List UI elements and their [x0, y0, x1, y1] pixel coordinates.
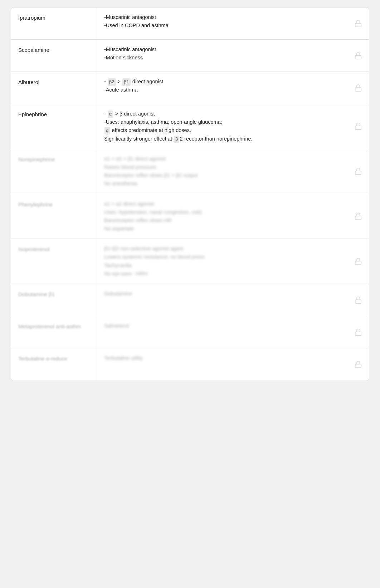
drug-name-cell: Metaproterenol anti-asthm	[11, 316, 97, 348]
drug-info-cell: α1 > α2 > β1 direct agonist Raises blood…	[97, 149, 347, 194]
drug-name-cell: Ipratropium	[11, 8, 97, 39]
drug-table: Ipratropium -Muscarinic antagonist -Used…	[11, 7, 369, 381]
lock-icon	[354, 52, 362, 60]
drug-info-cell: - α > β direct agonist -Uses: anaphylaxi…	[97, 104, 347, 149]
lock-icon	[354, 122, 362, 130]
drug-info-cell: Terbutaline utility	[97, 348, 347, 381]
alpha-badge2: α	[104, 127, 110, 134]
drug-info-line: No anesthesia	[104, 180, 340, 188]
table-row: Dobutamine β1 Dobutamine	[11, 284, 369, 316]
lock-icon	[354, 328, 362, 336]
drug-name-cell: Scopalamine	[11, 40, 97, 72]
alpha-badge: α	[108, 111, 113, 118]
lock-icon-cell	[347, 194, 369, 239]
drug-name: Ipratropium	[18, 14, 45, 21]
drug-info-line: Dobutamine	[104, 290, 340, 298]
drug-info-line: Lowers systemic resistance; no blood pre…	[104, 253, 340, 261]
drug-name-cell: Phenylephrine	[11, 194, 97, 239]
lock-icon-cell	[347, 72, 369, 104]
drug-info-cell: -Muscarinic antagonist -Motion sickness	[97, 40, 347, 72]
lock-icon	[354, 296, 362, 304]
table-row: Terbutaline α-reduce Terbutaline utility	[11, 348, 369, 381]
lock-icon	[354, 361, 362, 368]
drug-name: Albuterol	[18, 78, 39, 86]
drug-info-cell: -Muscarinic antagonist -Used in COPD and…	[97, 8, 347, 39]
drug-name: Dobutamine β1	[18, 290, 55, 298]
svg-rect-2	[355, 88, 361, 91]
lock-icon	[354, 167, 362, 175]
drug-info-line: α1 > α2 direct agonist	[104, 200, 340, 208]
drug-info-line: Significantly stronger effect at β2-rece…	[104, 135, 340, 143]
drug-info-line: Baroreceptor reflex slows β1 > β2 output	[104, 171, 340, 180]
beta1-badge: β1	[122, 78, 131, 86]
drug-name-cell: Albuterol	[11, 72, 97, 104]
table-row: Albuterol - β2 > β1 direct agonist -Acut…	[11, 72, 369, 104]
svg-rect-4	[355, 171, 361, 175]
drug-info-cell: - β2 > β1 direct agonist -Acute asthma	[97, 72, 347, 104]
drug-info-cell: β1=β2 non-selective agonist agent Lowers…	[97, 239, 347, 284]
drug-name: Phenylephrine	[18, 201, 53, 208]
lock-icon-cell	[347, 316, 369, 348]
table-row: Epinephrine - α > β direct agonist -Uses…	[11, 104, 369, 149]
svg-rect-0	[355, 23, 361, 27]
lock-icon	[354, 84, 362, 92]
beta2-badge2: β	[174, 136, 179, 143]
drug-info-line: Baroreceptor reflex slows HR	[104, 216, 340, 225]
lock-icon-cell	[347, 239, 369, 284]
drug-name-cell: Norepinephrine	[11, 149, 97, 194]
svg-rect-7	[355, 300, 361, 303]
svg-rect-8	[355, 332, 361, 335]
svg-rect-3	[355, 126, 361, 129]
drug-info-cell: Dobutamine	[97, 284, 347, 316]
table-row: Norepinephrine α1 > α2 > β1 direct agoni…	[11, 149, 369, 194]
svg-rect-9	[355, 364, 361, 368]
drug-info-line: β1=β2 non-selective agonist agent	[104, 245, 340, 253]
drug-info-line: α effects predominate at high doses.	[104, 126, 340, 134]
drug-name-cell: Dobutamine β1	[11, 284, 97, 316]
drug-name: Norepinephrine	[18, 156, 55, 163]
drug-name: Isoproterenol	[18, 245, 50, 253]
lock-icon-cell	[347, 149, 369, 194]
table-row: Ipratropium -Muscarinic antagonist -Used…	[11, 8, 369, 40]
drug-info-line: Salmeterol	[104, 322, 340, 330]
beta2-badge: β2	[108, 78, 116, 86]
svg-rect-6	[355, 261, 361, 265]
drug-info-line: No epi-uses ~HRH	[104, 270, 340, 278]
lock-icon-cell	[347, 104, 369, 149]
lock-icon	[354, 20, 362, 28]
drug-info-line: - α > β direct agonist	[104, 110, 340, 118]
drug-info-line: -Uses: anaphylaxis, asthma, open-angle g…	[104, 118, 340, 126]
drug-name-cell: Terbutaline α-reduce	[11, 348, 97, 381]
lock-icon-cell	[347, 8, 369, 39]
drug-info-line: -Muscarinic antagonist	[104, 13, 340, 21]
drug-name: Scopalamine	[18, 46, 49, 54]
drug-info-line: -Motion sickness	[104, 54, 340, 62]
lock-icon	[354, 258, 362, 265]
lock-icon-cell	[347, 348, 369, 381]
drug-info-line: -Acute asthma	[104, 86, 340, 94]
svg-rect-5	[355, 216, 361, 220]
drug-name: Terbutaline α-reduce	[18, 355, 67, 362]
drug-name: Metaproterenol anti-asthm	[18, 323, 81, 330]
drug-info-line: No aspartate	[104, 225, 340, 233]
drug-info-line: Tachycardia	[104, 261, 340, 270]
drug-name-cell: Epinephrine	[11, 104, 97, 149]
table-row: Metaproterenol anti-asthm Salmeterol	[11, 316, 369, 348]
drug-info-cell: α1 > α2 direct agonist Uses: hypotension…	[97, 194, 347, 239]
drug-info-line: -Muscarinic antagonist	[104, 45, 340, 54]
svg-rect-1	[355, 55, 361, 59]
drug-info-line: Terbutaline utility	[104, 354, 340, 362]
drug-info-line: - β2 > β1 direct agonist	[104, 78, 340, 86]
lock-icon-cell	[347, 284, 369, 316]
drug-info-line: α1 > α2 > β1 direct agonist	[104, 155, 340, 163]
page-container: Ipratropium -Muscarinic antagonist -Used…	[0, 0, 380, 588]
lock-icon-cell	[347, 40, 369, 72]
lock-icon	[354, 212, 362, 220]
drug-info-line: Raises blood pressure;	[104, 163, 340, 171]
table-row: Phenylephrine α1 > α2 direct agonist Use…	[11, 194, 369, 239]
drug-info-cell: Salmeterol	[97, 316, 347, 348]
table-row: Isoproterenol β1=β2 non-selective agonis…	[11, 239, 369, 284]
drug-name: Epinephrine	[18, 111, 47, 118]
table-row: Scopalamine -Muscarinic antagonist -Moti…	[11, 40, 369, 72]
drug-info-line: Uses: hypotension, nasal congestion, col…	[104, 208, 340, 216]
